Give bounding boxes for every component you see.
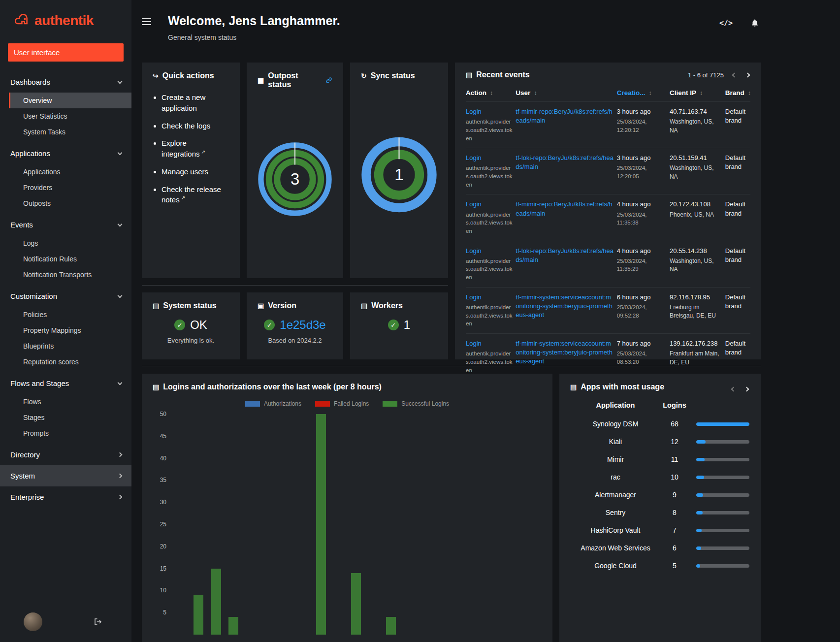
app-login-count: 5 <box>661 562 688 570</box>
link-icon[interactable] <box>325 77 332 84</box>
chart-plot: 5045403530252015105 <box>153 414 542 635</box>
event-row[interactable]: Loginauthentik.providers.oauth2.views.to… <box>466 148 750 194</box>
chevron-down-icon <box>118 293 123 298</box>
sidebar-item-applications[interactable]: Applications <box>9 164 131 180</box>
app-name: Sentry <box>570 507 661 518</box>
sidebar-item-property-mappings[interactable]: Property Mappings <box>9 322 131 338</box>
event-row[interactable]: Loginauthentik.providers.oauth2.views.to… <box>466 287 750 333</box>
usage-progress-bar <box>696 546 749 550</box>
quick-action-create-a-new-application[interactable]: Create a new application <box>162 92 229 114</box>
usage-progress-bar <box>696 529 749 532</box>
sidebar-section-directory[interactable]: Directory <box>0 444 131 465</box>
version-link[interactable]: 1e25d3e <box>280 318 325 332</box>
system-status-subtitle: Everything is ok. <box>153 337 229 344</box>
events-pagination-top: 1 - 6 of 7125 <box>688 71 750 79</box>
card-title: System status <box>163 301 217 310</box>
card-title: Recent events <box>476 70 530 79</box>
chart-bin <box>277 414 295 635</box>
sidebar-item-policies[interactable]: Policies <box>9 307 131 322</box>
sidebar-item-blueprints[interactable]: Blueprints <box>9 338 131 354</box>
quick-action-explore-integrations[interactable]: Explore integrations↗ <box>162 138 229 160</box>
page-header: Welcome, Jens Langhammer. General system… <box>142 0 761 63</box>
notifications-button[interactable] <box>750 19 759 28</box>
sidebar-item-prompts[interactable]: Prompts <box>9 425 131 441</box>
quick-action-manage-users[interactable]: Manage users <box>162 166 229 177</box>
sidebar-item-user-statistics[interactable]: User Statistics <box>9 108 131 124</box>
version-subtitle: Based on 2024.2.2 <box>258 337 332 344</box>
external-link-icon: ↗ <box>181 195 185 200</box>
column-header-brand[interactable]: Brand↕ <box>725 85 762 101</box>
sidebar-item-notification-rules[interactable]: Notification Rules <box>9 251 131 267</box>
app-name: Alertmanager <box>570 489 661 501</box>
dashboard-grid: ↪ Quick actions Create a new application… <box>142 63 761 359</box>
column-header-creatio[interactable]: Creatio...↕ <box>617 85 667 101</box>
event-action-link[interactable]: Login <box>466 293 482 301</box>
event-user-link[interactable]: tf-mimir-repo:BeryJu/k8s:ref:refs/heads/… <box>516 200 613 217</box>
y-tick-label: 5 <box>153 609 166 616</box>
recent-events-card: ▤ Recent events 1 - 6 of 7125 Action↕Use… <box>455 63 761 359</box>
events-table-body: Loginauthentik.providers.oauth2.views.to… <box>466 101 750 380</box>
sidebar-item-system-tasks[interactable]: System Tasks <box>9 124 131 140</box>
sidebar-section-dashboards[interactable]: Dashboards <box>0 71 131 93</box>
sidebar-item-overview[interactable]: Overview <box>9 93 131 108</box>
event-user-link[interactable]: tf-mimir-system:serviceaccount:monitorin… <box>516 293 613 319</box>
sidebar-section-events[interactable]: Events <box>0 214 131 235</box>
sidebar-item-flows[interactable]: Flows <box>9 394 131 410</box>
quick-action-check-the-release-notes[interactable]: Check the release notes↗ <box>162 184 229 206</box>
sidebar-item-stages[interactable]: Stages <box>9 410 131 425</box>
apps-usage-row: HashiCorp Vault7 <box>570 521 750 539</box>
user-interface-button[interactable]: User interface <box>8 43 124 62</box>
chart-bin <box>505 414 522 635</box>
sidebar-item-reputation-scores[interactable]: Reputation scores <box>9 354 131 370</box>
sidebar: authentik User interface DashboardsOverv… <box>0 0 131 642</box>
event-action-link[interactable]: Login <box>466 247 482 255</box>
y-tick-label: 45 <box>153 433 166 440</box>
quick-action-check-the-logs[interactable]: Check the logs <box>162 121 229 131</box>
menu-toggle-button[interactable] <box>142 18 151 27</box>
sort-icon: ↕ <box>748 90 751 96</box>
event-user-link[interactable]: tf-mimir-system:serviceaccount:monitorin… <box>516 340 613 365</box>
api-browser-icon[interactable]: </> <box>719 19 733 28</box>
event-row[interactable]: Loginauthentik.providers.oauth2.views.to… <box>466 241 750 287</box>
avatar[interactable] <box>24 612 42 631</box>
event-row[interactable]: Loginauthentik.providers.oauth2.views.to… <box>466 333 750 380</box>
authentik-logo[interactable]: authentik <box>0 0 131 37</box>
event-row[interactable]: Loginauthentik.providers.oauth2.views.to… <box>466 101 750 148</box>
logout-icon <box>93 617 103 626</box>
logout-button[interactable] <box>93 617 103 626</box>
pagination-prev-button[interactable] <box>732 72 737 78</box>
sidebar-section-enterprise[interactable]: Enterprise <box>0 486 131 508</box>
chart-legend: AuthorizationsFailed LoginsSuccessful Lo… <box>153 400 542 407</box>
apps-usage-row: rac10 <box>570 468 750 486</box>
event-action-link[interactable]: Login <box>466 200 482 208</box>
bar-successful-logins <box>386 617 396 635</box>
event-row[interactable]: Loginauthentik.providers.oauth2.views.to… <box>466 194 750 240</box>
sidebar-section-flows-and-stages[interactable]: Flows and Stages <box>0 373 131 394</box>
event-action-link[interactable]: Login <box>466 340 482 347</box>
sync-count: 1 <box>394 165 404 184</box>
event-action-link[interactable]: Login <box>466 108 482 115</box>
event-user-link[interactable]: tf-loki-repo:BeryJu/k8s:ref:refs/heads/m… <box>516 154 614 170</box>
y-tick-label: 30 <box>153 499 166 506</box>
column-header-action[interactable]: Action↕ <box>466 85 513 101</box>
sidebar-item-outposts[interactable]: Outposts <box>9 195 131 211</box>
card-title: Quick actions <box>162 71 214 80</box>
sidebar-section-applications[interactable]: Applications <box>0 143 131 164</box>
event-action-link[interactable]: Login <box>466 154 482 161</box>
sidebar-item-notification-transports[interactable]: Notification Transports <box>9 267 131 283</box>
sync-status-donut: 1 <box>361 131 437 218</box>
event-user-link[interactable]: tf-mimir-repo:BeryJu/k8s:ref:refs/heads/… <box>516 108 613 124</box>
sidebar-item-logs[interactable]: Logs <box>9 235 131 251</box>
column-header-user[interactable]: User↕ <box>516 85 614 101</box>
sidebar-section-customization[interactable]: Customization <box>0 286 131 307</box>
card-title: Sync status <box>371 71 415 80</box>
usage-progress-bar <box>696 440 749 444</box>
sidebar-section-system[interactable]: System <box>0 465 131 486</box>
apps-usage-row: Amazon Web Services6 <box>570 539 750 557</box>
sidebar-item-providers[interactable]: Providers <box>9 180 131 195</box>
event-user-link[interactable]: tf-loki-repo:BeryJu/k8s:ref:refs/heads/m… <box>516 247 614 263</box>
pagination-next-button[interactable] <box>745 72 750 78</box>
main-area: Welcome, Jens Langhammer. General system… <box>131 0 840 642</box>
app-name: Synology DSM <box>570 418 661 430</box>
column-header-client-ip[interactable]: Client IP↕ <box>670 85 722 101</box>
